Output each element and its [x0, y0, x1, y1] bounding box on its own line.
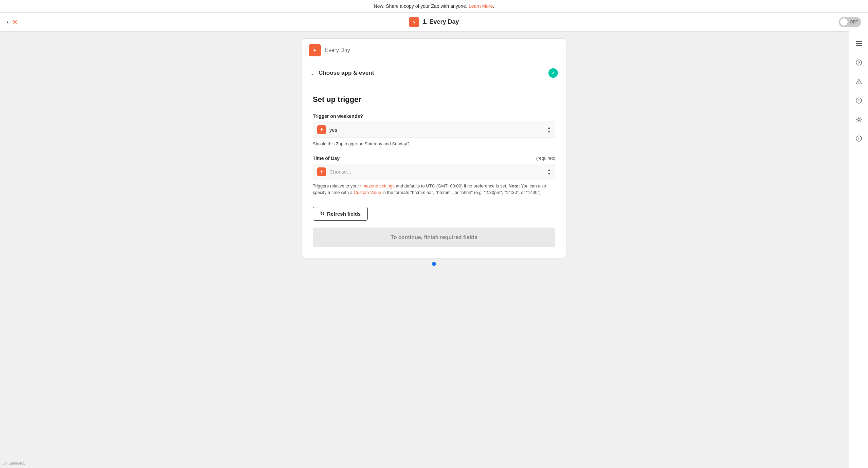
nav-back-button[interactable]: ‹ ✳ — [7, 17, 18, 27]
required-badge: (required) — [536, 156, 555, 161]
svg-point-9 — [858, 119, 860, 121]
svg-point-12 — [858, 137, 859, 138]
trigger-weekends-field: Trigger on weekends? yes ▲ ▼ Should this… — [313, 113, 555, 147]
zapier-logo-icon: ✳ — [12, 17, 18, 27]
trigger-weekends-value: yes — [329, 127, 544, 133]
menu-icon[interactable] — [853, 37, 865, 50]
custom-value-link[interactable]: Custom Value — [354, 190, 381, 195]
choose-app-section[interactable]: ⌄ Choose app & event ✓ — [302, 62, 566, 84]
section-title: Choose app & event — [319, 70, 374, 76]
zap-icon — [409, 17, 419, 27]
section-header-left: ⌄ Choose app & event — [310, 70, 374, 76]
refresh-fields-label: Refresh fields — [327, 211, 361, 217]
timezone-settings-link[interactable]: timezone settings — [360, 183, 395, 188]
nav-title: 1. Every Day — [409, 17, 459, 27]
center-column: Every Day ⌄ Choose app & event ✓ Set up … — [295, 38, 573, 462]
progress-dot — [432, 262, 436, 266]
svg-rect-1 — [856, 41, 862, 42]
version-text: ver. af68d465 — [3, 461, 25, 465]
setup-section: Set up trigger Trigger on weekends? yes … — [302, 84, 566, 258]
select-arrows-icon: ▲ ▼ — [547, 126, 551, 134]
announcement-text: New: Share a copy of your Zap with anyon… — [374, 3, 467, 9]
clock-icon[interactable] — [853, 94, 865, 107]
setup-title: Set up trigger — [313, 95, 555, 104]
svg-point-7 — [858, 83, 859, 84]
announcement-bar: New: Share a copy of your Zap with anyon… — [0, 0, 868, 13]
toggle-label: OFF — [850, 20, 858, 24]
chevron-down-icon: ⌄ — [310, 70, 314, 76]
refresh-fields-button[interactable]: ↻ Refresh fields — [313, 207, 368, 221]
svg-text:?: ? — [857, 61, 860, 65]
step-icon — [309, 44, 321, 56]
trigger-weekends-hint: Should this Zap trigger on Saturday and … — [313, 141, 555, 147]
trigger-weekends-label: Trigger on weekends? — [313, 113, 555, 119]
check-circle-icon: ✓ — [548, 68, 558, 78]
info-icon[interactable] — [853, 132, 865, 145]
time-of-day-select[interactable]: Choose... ▲ ▼ — [313, 164, 555, 180]
field-icon — [317, 125, 326, 134]
toggle-button[interactable]: OFF — [839, 17, 861, 27]
refresh-icon: ↻ — [320, 211, 324, 217]
help-icon[interactable]: ? — [853, 56, 865, 69]
time-of-day-hint: Triggers relative to your timezone setti… — [313, 183, 555, 196]
step-label: Every Day — [325, 47, 350, 53]
svg-rect-6 — [858, 81, 859, 83]
continue-button: To continue, finish required fields — [313, 228, 555, 247]
right-sidebar: ? — [849, 31, 868, 468]
field-icon — [317, 167, 326, 176]
back-arrow-icon: ‹ — [7, 18, 9, 25]
trigger-weekends-select[interactable]: yes ▲ ▼ — [313, 122, 555, 138]
continue-label: To continue, finish required fields — [391, 234, 477, 240]
warning-icon[interactable] — [853, 75, 865, 88]
main-content: Every Day ⌄ Choose app & event ✓ Set up … — [0, 32, 868, 468]
svg-rect-3 — [856, 45, 862, 46]
time-of-day-placeholder: Choose... — [329, 169, 544, 175]
settings-icon[interactable] — [853, 113, 865, 126]
top-nav: ‹ ✳ 1. Every Day OFF — [0, 13, 868, 32]
svg-rect-11 — [858, 138, 859, 140]
zap-name: 1. Every Day — [422, 18, 459, 25]
learn-more-link[interactable]: Learn More — [469, 3, 493, 9]
time-of-day-label: Time of Day (required) — [313, 156, 555, 161]
toggle-circle — [840, 18, 848, 26]
step-card-partial: Every Day — [302, 38, 566, 62]
svg-rect-2 — [856, 43, 862, 44]
select-arrows-icon: ▲ ▼ — [547, 168, 551, 176]
time-of-day-field: Time of Day (required) Choose... ▲ ▼ — [313, 156, 555, 196]
